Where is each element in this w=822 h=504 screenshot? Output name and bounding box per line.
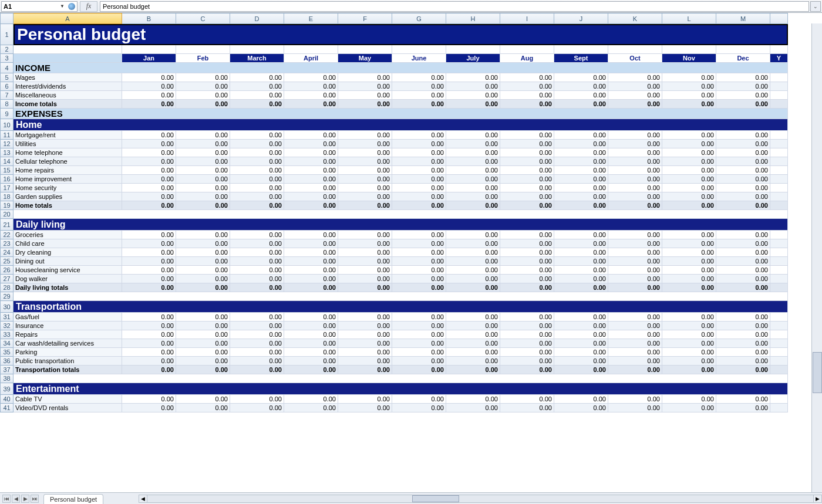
value-cell[interactable]: 0.00 — [122, 231, 176, 239]
value-cell[interactable]: 0.00 — [284, 357, 338, 366]
value-cell[interactable]: 0.00 — [446, 395, 500, 404]
value-cell[interactable]: 0.00 — [500, 157, 554, 166]
value-cell[interactable]: 0.00 — [122, 330, 176, 339]
value-cell[interactable]: 0.00 — [338, 395, 392, 404]
spacer[interactable] — [14, 292, 788, 301]
value-cell[interactable]: 0.00 — [392, 91, 446, 100]
overflow-cell[interactable] — [770, 148, 788, 157]
value-cell[interactable]: 0.00 — [122, 175, 176, 184]
value-cell[interactable]: 0.00 — [716, 348, 770, 357]
value-cell[interactable]: 0.00 — [662, 330, 716, 339]
overflow-cell[interactable] — [770, 73, 788, 82]
value-cell[interactable]: 0.00 — [122, 266, 176, 275]
row-header[interactable]: 18 — [1, 192, 14, 201]
value-cell[interactable]: 0.00 — [716, 131, 770, 140]
value-cell[interactable]: 0.00 — [122, 313, 176, 322]
overflow-cell[interactable] — [770, 257, 788, 266]
month-header[interactable]: May — [338, 54, 392, 63]
value-cell[interactable]: 0.00 — [554, 275, 608, 283]
value-cell[interactable]: 0.00 — [554, 231, 608, 239]
value-cell[interactable]: 0.00 — [446, 275, 500, 283]
value-cell[interactable]: 0.00 — [608, 100, 662, 109]
col-header-K[interactable]: K — [608, 13, 662, 24]
month-header[interactable]: Aug — [500, 54, 554, 63]
value-cell[interactable]: 0.00 — [230, 330, 284, 339]
overflow-cell[interactable] — [770, 157, 788, 166]
col-header-G[interactable]: G — [392, 13, 446, 24]
value-cell[interactable]: 0.00 — [122, 257, 176, 266]
row-header[interactable]: 33 — [1, 330, 14, 339]
value-cell[interactable]: 0.00 — [284, 140, 338, 148]
row-header[interactable]: 13 — [1, 148, 14, 157]
value-cell[interactable]: 0.00 — [446, 100, 500, 109]
value-cell[interactable]: 0.00 — [122, 275, 176, 283]
value-cell[interactable]: 0.00 — [716, 283, 770, 292]
value-cell[interactable]: 0.00 — [716, 275, 770, 283]
value-cell[interactable]: 0.00 — [608, 157, 662, 166]
value-cell[interactable]: 0.00 — [446, 366, 500, 374]
value-cell[interactable]: 0.00 — [392, 322, 446, 330]
value-cell[interactable]: 0.00 — [284, 231, 338, 239]
col-header-E[interactable]: E — [284, 13, 338, 24]
row-label[interactable]: Public transportation — [14, 357, 122, 366]
value-cell[interactable]: 0.00 — [662, 266, 716, 275]
value-cell[interactable]: 0.00 — [500, 82, 554, 91]
col-header-A[interactable]: A — [14, 13, 122, 24]
value-cell[interactable]: 0.00 — [338, 201, 392, 210]
value-cell[interactable]: 0.00 — [554, 82, 608, 91]
value-cell[interactable]: 0.00 — [176, 239, 230, 248]
value-cell[interactable]: 0.00 — [608, 357, 662, 366]
value-cell[interactable]: 0.00 — [176, 404, 230, 412]
row-header[interactable]: 35 — [1, 348, 14, 357]
value-cell[interactable]: 0.00 — [716, 148, 770, 157]
value-cell[interactable]: 0.00 — [716, 330, 770, 339]
value-cell[interactable]: 0.00 — [122, 166, 176, 175]
value-cell[interactable]: 0.00 — [338, 192, 392, 201]
row-header[interactable]: 17 — [1, 184, 14, 192]
row-header[interactable]: 38 — [1, 374, 14, 383]
value-cell[interactable]: 0.00 — [176, 348, 230, 357]
value-cell[interactable]: 0.00 — [662, 366, 716, 374]
value-cell[interactable]: 0.00 — [554, 330, 608, 339]
value-cell[interactable]: 0.00 — [176, 231, 230, 239]
value-cell[interactable]: 0.00 — [122, 322, 176, 330]
subsection-header[interactable]: Transportation — [14, 301, 788, 313]
value-cell[interactable]: 0.00 — [608, 131, 662, 140]
value-cell[interactable]: 0.00 — [716, 404, 770, 412]
col-header-D[interactable]: D — [230, 13, 284, 24]
value-cell[interactable]: 0.00 — [176, 175, 230, 184]
value-cell[interactable]: 0.00 — [608, 404, 662, 412]
col-header-H[interactable]: H — [446, 13, 500, 24]
row-header[interactable]: 32 — [1, 322, 14, 330]
subsection-header[interactable]: Entertainment — [14, 383, 788, 395]
value-cell[interactable]: 0.00 — [608, 201, 662, 210]
value-cell[interactable]: 0.00 — [230, 322, 284, 330]
overflow-cell[interactable] — [770, 166, 788, 175]
value-cell[interactable]: 0.00 — [392, 266, 446, 275]
value-cell[interactable]: 0.00 — [662, 82, 716, 91]
row-header[interactable]: 26 — [1, 266, 14, 275]
value-cell[interactable]: 0.00 — [446, 404, 500, 412]
value-cell[interactable]: 0.00 — [338, 73, 392, 82]
row-header[interactable]: 3 — [1, 54, 14, 63]
value-cell[interactable]: 0.00 — [662, 248, 716, 257]
value-cell[interactable]: 0.00 — [446, 357, 500, 366]
value-cell[interactable]: 0.00 — [500, 148, 554, 157]
spacer[interactable] — [14, 374, 788, 383]
value-cell[interactable]: 0.00 — [446, 91, 500, 100]
value-cell[interactable]: 0.00 — [284, 131, 338, 140]
row-label[interactable]: Parking — [14, 348, 122, 357]
value-cell[interactable]: 0.00 — [608, 192, 662, 201]
value-cell[interactable]: 0.00 — [230, 175, 284, 184]
value-cell[interactable]: 0.00 — [230, 348, 284, 357]
value-cell[interactable]: 0.00 — [500, 201, 554, 210]
value-cell[interactable]: 0.00 — [662, 140, 716, 148]
value-cell[interactable]: 0.00 — [608, 339, 662, 348]
value-cell[interactable]: 0.00 — [554, 404, 608, 412]
month-header[interactable]: Sept — [554, 54, 608, 63]
value-cell[interactable]: 0.00 — [284, 395, 338, 404]
value-cell[interactable]: 0.00 — [176, 148, 230, 157]
value-cell[interactable]: 0.00 — [122, 395, 176, 404]
value-cell[interactable]: 0.00 — [122, 201, 176, 210]
value-cell[interactable]: 0.00 — [446, 166, 500, 175]
